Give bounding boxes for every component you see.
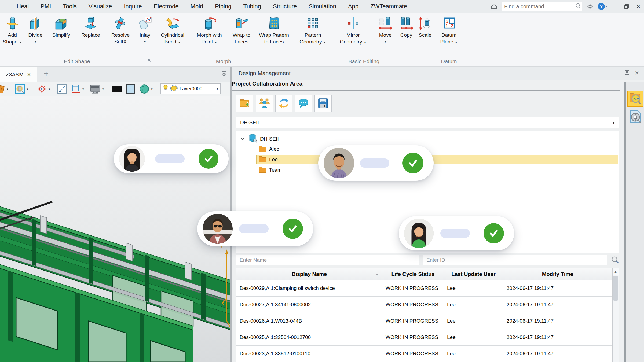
panel-window-controls: ✕ xyxy=(624,70,639,76)
bulb-icon xyxy=(163,84,168,93)
menu-item-tools[interactable]: Tools xyxy=(57,1,82,12)
project-selector[interactable]: DH-SEII ▼ xyxy=(236,117,619,128)
scroll-thumb[interactable] xyxy=(613,276,618,301)
menu-item-inquire[interactable]: Inquire xyxy=(118,1,148,12)
panel-button-new-folder[interactable] xyxy=(236,95,253,112)
dialog-launcher-icon[interactable] xyxy=(148,59,152,64)
menu-item-simulation[interactable]: Simulation xyxy=(303,1,342,12)
table-scrollbar[interactable]: ▲ xyxy=(612,268,619,362)
viewport-tool-magnify-entity[interactable]: ▾ xyxy=(14,84,28,94)
ribbon-button-inlay[interactable]: Inlay▼ xyxy=(136,16,154,45)
team-icon xyxy=(258,97,270,110)
viewport-tool-swatch-black[interactable] xyxy=(112,84,122,94)
table-cell: WORK IN PROGRESS xyxy=(382,280,444,296)
menu-item-structure[interactable]: Structure xyxy=(267,1,303,12)
gear-icon[interactable] xyxy=(586,2,594,10)
dock-tab-part-search[interactable] xyxy=(627,109,643,125)
table-cell: WORK IN PROGRESS xyxy=(382,346,444,362)
panel-button-team[interactable] xyxy=(256,95,273,112)
ribbon-button-wrap-to-faces[interactable]: Wrap toFaces xyxy=(228,16,255,45)
ribbon-button-pattern-geometry[interactable]: PatternGeometry ▼ xyxy=(293,16,333,46)
column-header-modify-time[interactable]: Modify Time xyxy=(503,268,612,280)
ribbon-button-replace[interactable]: Replace xyxy=(76,16,105,38)
filter-search-button[interactable] xyxy=(610,255,620,265)
add-shape-icon xyxy=(5,16,20,31)
ribbon-button-cylindrical-bend[interactable]: CylindricalBend ▼ xyxy=(154,16,191,46)
layer-selector[interactable]: Layer0000 ▾ xyxy=(160,83,221,94)
viewport-tool-point-target[interactable]: ▾ xyxy=(36,84,50,94)
viewport-3d[interactable]: Z xyxy=(0,96,230,362)
table-row[interactable]: Des-00026,A,1:W013-044BWORK IN PROGRESSL… xyxy=(236,313,612,329)
panel-button-chat[interactable] xyxy=(295,95,312,112)
command-search-box[interactable] xyxy=(502,2,582,11)
table-cell: 2024-06-17 19:11:47 xyxy=(503,297,612,313)
new-tab-button[interactable]: + xyxy=(41,69,52,79)
help-control[interactable]: ? ▾ xyxy=(598,3,607,10)
menu-item-electrode[interactable]: Electrode xyxy=(148,1,185,12)
minimize-button[interactable]: — xyxy=(611,2,619,10)
ribbon-button-copy[interactable]: Copy xyxy=(397,16,415,38)
panel-close-icon[interactable]: ✕ xyxy=(635,70,639,76)
move-icon xyxy=(378,16,393,31)
chevron-down-icon: ▼ xyxy=(144,38,147,45)
tree-root-row[interactable]: DH-SEII xyxy=(236,134,619,144)
dock-tab-plm-search[interactable]: PLM xyxy=(627,91,643,107)
viewport-tool-swatch-blue[interactable] xyxy=(126,84,135,94)
tab-close-icon[interactable]: ✕ xyxy=(27,72,31,78)
ribbon-button-datum-plane[interactable]: 312DatumPlane ▼ xyxy=(435,16,463,46)
ribbon-collapse-icon[interactable] xyxy=(490,2,498,10)
scroll-up-arrow[interactable]: ▲ xyxy=(613,268,619,275)
tree-expander-icon[interactable] xyxy=(240,136,245,141)
ribbon-button-wrap-pattern-to-faces[interactable]: Wrap Patternto Faces xyxy=(255,16,293,45)
viewport-tool-shaded-ball[interactable]: ▾ xyxy=(139,84,153,94)
scale-icon xyxy=(418,16,432,31)
chevron-down-icon[interactable]: ▼ xyxy=(612,121,615,125)
document-tab-active[interactable]: Z3ASM ✕ xyxy=(0,67,37,82)
table-row[interactable]: Des-00025,A,1:33504-0012700WORK IN PROGR… xyxy=(236,329,612,346)
ribbon-button-move[interactable]: Move▼ xyxy=(374,16,397,45)
chevron-down-icon[interactable]: ▾ xyxy=(217,87,218,91)
panel-restore-icon[interactable] xyxy=(624,70,630,76)
ribbon-button-divide[interactable]: Divide▼ xyxy=(25,16,46,45)
svg-text:2: 2 xyxy=(451,24,453,28)
ribbon-group-morph: CylindricalBend ▼ Morph withPoint ▼ Wrap… xyxy=(154,13,293,66)
table-cell: Des-00025,A,1:33504-0012700 xyxy=(236,329,382,345)
menu-item-piping[interactable]: Piping xyxy=(209,1,237,12)
menu-item-zwteammate[interactable]: ZWTeammate xyxy=(364,1,413,12)
divide-icon xyxy=(28,16,43,31)
pane-collapse-icon[interactable] xyxy=(221,71,228,78)
panel-button-save[interactable] xyxy=(314,95,332,112)
panel-button-sync[interactable] xyxy=(275,95,292,112)
menu-item-app[interactable]: App xyxy=(342,1,364,12)
menu-item-tubing[interactable]: Tubing xyxy=(237,1,267,12)
command-search-input[interactable] xyxy=(504,3,575,10)
ribbon-button-resolve-selfx[interactable]: ResolveSelfX xyxy=(105,16,136,45)
column-header-display-name[interactable]: Display Name▼ xyxy=(236,268,382,280)
ribbon-button-simplify[interactable]: Simplify xyxy=(46,16,76,38)
menu-item-heal[interactable]: Heal xyxy=(11,1,35,12)
viewport-tool-shell[interactable]: ▾ xyxy=(0,84,8,94)
sync-icon xyxy=(278,97,290,110)
ribbon-button-morph-with-point[interactable]: Morph withPoint ▼ xyxy=(191,16,228,46)
ribbon-button-mirror-geometry[interactable]: MirrorGeometry ▼ xyxy=(333,16,374,46)
id-filter-input[interactable] xyxy=(423,255,607,265)
restore-button[interactable] xyxy=(623,2,631,10)
ribbon-button-scale[interactable]: Scale xyxy=(415,16,435,38)
table-row[interactable]: Des-00029,A,1:Clamping oil switch device… xyxy=(236,280,612,297)
viewport-tool-display-monitor[interactable]: ▾ xyxy=(90,84,104,94)
replace-icon xyxy=(83,16,98,31)
menu-item-pmi[interactable]: PMI xyxy=(35,1,57,12)
column-header-last-update-user[interactable]: Last Update User xyxy=(444,268,503,280)
table-row[interactable]: Des-00023,A,1:33512-0100110WORK IN PROGR… xyxy=(236,346,612,362)
ribbon-button-add-shape[interactable]: AddShape ▼ xyxy=(0,16,25,46)
close-button[interactable]: ✕ xyxy=(634,2,642,10)
menu-item-visualize[interactable]: Visualize xyxy=(83,1,118,12)
viewport-tool-split-pane[interactable] xyxy=(57,84,67,94)
copy-icon xyxy=(399,16,414,31)
menu-item-mold[interactable]: Mold xyxy=(185,1,209,12)
viewport-tool-dimension[interactable]: ▾ xyxy=(70,84,84,94)
viewport-toolbar: ▾▾▾▾▾▾ Layer0000 ▾ xyxy=(0,82,230,96)
table-row[interactable]: Des-00027,A,1:34141-0800002WORK IN PROGR… xyxy=(236,297,612,313)
column-header-life-cycle-status[interactable]: Life Cycle Status xyxy=(382,268,444,280)
name-filter-input[interactable] xyxy=(236,255,419,265)
